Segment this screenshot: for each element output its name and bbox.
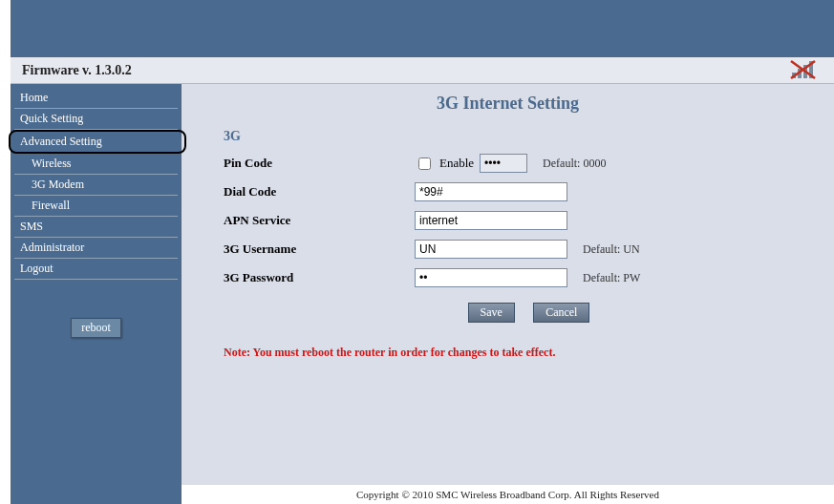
reboot-button[interactable]: reboot (71, 318, 121, 338)
sidebar-item-home[interactable]: Home (14, 88, 178, 109)
reboot-note: Note: You must reboot the router in orde… (224, 346, 834, 360)
sidebar-item-sms[interactable]: SMS (14, 217, 178, 238)
3g-password-label: 3G Password (224, 270, 415, 285)
footer-copyright: Copyright © 2010 SMC Wireless Broadband … (182, 485, 834, 504)
pin-enable-label: Enable (439, 156, 474, 171)
sidebar-item-advanced-setting[interactable]: Advanced Setting (9, 130, 186, 154)
signal-disabled-icon (790, 59, 817, 80)
sidebar: Home Quick Setting Advanced Setting Wire… (11, 84, 182, 504)
3g-username-label: 3G Username (224, 242, 415, 257)
sidebar-item-firewall[interactable]: Firewall (14, 196, 178, 217)
pin-enable-checkbox[interactable] (418, 158, 431, 170)
3g-username-input[interactable] (415, 240, 567, 259)
3g-password-input[interactable] (415, 268, 567, 287)
apn-service-input[interactable] (415, 211, 567, 230)
pin-code-hint: Default: 0000 (543, 157, 606, 171)
3g-password-hint: Default: PW (583, 271, 640, 285)
settings-form: Pin Code Enable Default: 0000 Dial Code … (224, 154, 834, 323)
3g-username-hint: Default: UN (583, 242, 640, 257)
pin-code-label: Pin Code (224, 156, 415, 171)
sidebar-item-logout[interactable]: Logout (14, 259, 178, 280)
pin-code-input[interactable] (480, 154, 527, 173)
content-panel: 3G Internet Setting 3G Pin Code Enable D… (182, 84, 834, 485)
section-title: 3G (224, 129, 834, 144)
sidebar-item-3g-modem[interactable]: 3G Modem (14, 175, 178, 196)
save-button[interactable]: Save (468, 303, 515, 323)
dial-code-input[interactable] (415, 182, 567, 201)
sidebar-item-quick-setting[interactable]: Quick Setting (14, 109, 178, 130)
sidebar-item-administrator[interactable]: Administrator (14, 238, 178, 259)
cancel-button[interactable]: Cancel (533, 303, 589, 323)
firmware-bar: Firmware v. 1.3.0.2 (11, 57, 834, 84)
page-title: 3G Internet Setting (182, 94, 834, 114)
apn-service-label: APN Service (224, 213, 415, 228)
firmware-version: Firmware v. 1.3.0.2 (22, 63, 132, 77)
dial-code-label: Dial Code (224, 184, 415, 200)
sidebar-item-wireless[interactable]: Wireless (14, 154, 178, 175)
header-banner (11, 0, 834, 57)
